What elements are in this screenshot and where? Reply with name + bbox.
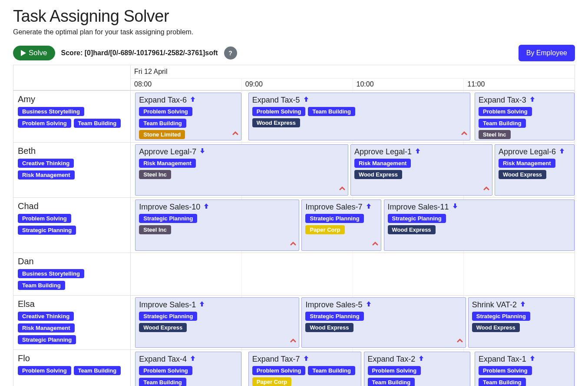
skill-badge: Creative Thinking xyxy=(18,159,74,168)
company-badge: Stone Limited xyxy=(139,130,185,139)
task-skill-badge: Risk Management xyxy=(139,159,196,168)
employee-name: Amy xyxy=(18,94,126,104)
task-skill-badge: Team Building xyxy=(308,107,355,116)
employee-sidebar: DanBusiness StorytellingTeam Building xyxy=(13,253,131,295)
skill-badge: Team Building xyxy=(74,366,121,375)
task-card[interactable]: Expand Tax-7Problem SolvingTeam Building… xyxy=(248,352,362,386)
arrow-down-icon xyxy=(199,147,206,156)
task-title: Shrink VAT-2 xyxy=(472,300,517,309)
task-skill-badge: Risk Management xyxy=(354,159,411,168)
employee-row: ElsaCreative ThinkingRisk ManagementStra… xyxy=(13,295,575,349)
task-card[interactable]: Expand Tax-3Problem SolvingTeam Building… xyxy=(475,93,575,140)
company-badge: Steel Inc xyxy=(139,225,171,234)
skill-badge: Strategic Planning xyxy=(18,335,76,344)
task-skill-badge: Risk Management xyxy=(499,159,555,168)
task-card[interactable]: Expand Tax-6Problem SolvingTeam Building… xyxy=(135,93,241,140)
task-title: Expand Tax-6 xyxy=(139,96,187,105)
task-card[interactable]: Approve Legal-6Risk ManagementWood Expre… xyxy=(495,144,575,196)
arrow-up-icon xyxy=(303,96,310,105)
chevron-up-icon xyxy=(483,186,489,193)
employee-lane[interactable]: Improve Sales-1Strategic PlanningWood Ex… xyxy=(131,296,575,349)
employee-lane[interactable]: Improve Sales-10Strategic PlanningSteel … xyxy=(131,198,575,253)
hour-label: 10:00 xyxy=(353,79,464,90)
skill-badge: Problem Solving xyxy=(18,214,71,223)
employee-lane[interactable]: Expand Tax-6Problem SolvingTeam Building… xyxy=(131,91,575,142)
task-skill-badge: Problem Solving xyxy=(479,107,532,116)
company-badge: Wood Express xyxy=(499,170,546,179)
solve-button[interactable]: Solve xyxy=(13,46,55,60)
task-title: Approve Legal-7 xyxy=(139,147,196,156)
schedule-grid: Fri 12 April 08:0009:0010:0011:00 AmyBus… xyxy=(13,65,575,386)
employee-lane[interactable] xyxy=(131,253,575,295)
timeline-header: Fri 12 April 08:0009:0010:0011:00 xyxy=(13,65,575,90)
company-badge: Wood Express xyxy=(388,225,436,234)
arrow-down-icon xyxy=(452,203,459,212)
task-title: Expand Tax-1 xyxy=(479,355,526,364)
employee-sidebar: BethCreative ThinkingRisk Management xyxy=(13,143,131,197)
task-skill-badge: Team Building xyxy=(368,378,415,386)
task-skill-badge: Problem Solving xyxy=(368,366,421,375)
employee-sidebar: ElsaCreative ThinkingRisk ManagementStra… xyxy=(13,296,131,349)
employee-row: FloProblem SolvingTeam BuildingExpand Ta… xyxy=(13,349,575,386)
task-card[interactable]: Expand Tax-4Problem SolvingTeam Building… xyxy=(135,352,241,386)
task-title: Expand Tax-4 xyxy=(139,355,187,364)
employee-sidebar: ChadProblem SolvingStrategic Planning xyxy=(13,198,131,253)
chevron-up-icon xyxy=(457,338,463,346)
play-icon xyxy=(21,50,26,56)
skill-badge: Risk Management xyxy=(18,323,75,333)
chevron-up-icon xyxy=(290,338,296,346)
arrow-up-icon xyxy=(303,355,310,364)
task-title: Approve Legal-1 xyxy=(354,147,412,156)
task-title: Improve Sales-5 xyxy=(305,300,362,309)
timeline-header-spacer xyxy=(13,65,131,90)
chevron-up-icon xyxy=(372,241,378,249)
company-badge: Wood Express xyxy=(354,170,402,179)
arrow-up-icon xyxy=(203,203,210,212)
employee-row: BethCreative ThinkingRisk ManagementAppr… xyxy=(13,142,575,197)
task-skill-badge: Problem Solving xyxy=(252,366,306,375)
task-title: Improve Sales-11 xyxy=(388,203,449,212)
task-card[interactable]: Expand Tax-5Problem SolvingTeam Building… xyxy=(248,93,470,140)
task-card[interactable]: Improve Sales-10Strategic PlanningSteel … xyxy=(135,200,299,251)
arrow-up-icon xyxy=(189,355,196,364)
chevron-up-icon xyxy=(232,130,238,138)
hour-label: 09:00 xyxy=(241,79,353,90)
employee-row: DanBusiness StorytellingTeam Building xyxy=(13,253,575,295)
task-card[interactable]: Approve Legal-1Risk ManagementWood Expre… xyxy=(350,144,492,196)
help-button[interactable]: ? xyxy=(224,47,237,60)
task-card[interactable]: Expand Tax-1Problem SolvingTeam Building… xyxy=(475,352,575,386)
hour-label: 11:00 xyxy=(463,79,575,90)
skill-badge: Problem Solving xyxy=(18,366,71,375)
task-card[interactable]: Improve Sales-5Strategic PlanningWood Ex… xyxy=(301,297,466,348)
skill-badge: Problem Solving xyxy=(18,119,71,128)
task-card[interactable]: Improve Sales-1Strategic PlanningWood Ex… xyxy=(135,297,299,348)
employee-sidebar: FloProblem SolvingTeam Building xyxy=(13,350,131,386)
score-text: Score: [0]hard/[0/-689/-1017961/-2582/-3… xyxy=(61,49,218,57)
employee-name: Elsa xyxy=(18,299,126,309)
task-skill-badge: Problem Solving xyxy=(479,366,532,375)
company-badge: Wood Express xyxy=(139,323,187,332)
task-skill-badge: Team Building xyxy=(139,119,186,128)
company-badge: Paper Corp xyxy=(305,225,344,234)
employee-name: Dan xyxy=(18,256,126,266)
timeline-date: Fri 12 April xyxy=(131,65,575,79)
task-title: Improve Sales-10 xyxy=(139,203,200,212)
arrow-up-icon xyxy=(418,355,425,364)
task-card[interactable]: Shrink VAT-2Strategic PlanningWood Expre… xyxy=(468,297,575,348)
arrow-up-icon xyxy=(365,203,372,212)
page-subtitle: Generate the optimal plan for your task … xyxy=(13,28,575,36)
view-by-employee-button[interactable]: By Employee xyxy=(519,45,575,61)
employee-lane[interactable]: Expand Tax-4Problem SolvingTeam Building… xyxy=(131,350,575,386)
chevron-up-icon xyxy=(339,186,345,193)
task-title: Improve Sales-1 xyxy=(139,300,196,309)
page-title: Task Assigning Solver xyxy=(13,0,575,28)
task-skill-badge: Problem Solving xyxy=(139,366,192,375)
arrow-up-icon xyxy=(189,96,196,105)
employee-lane[interactable]: Approve Legal-7Risk ManagementSteel IncA… xyxy=(131,143,575,197)
task-card[interactable]: Approve Legal-7Risk ManagementSteel Inc xyxy=(135,144,348,196)
company-badge: Wood Express xyxy=(252,118,300,127)
task-card[interactable]: Improve Sales-7Strategic PlanningPaper C… xyxy=(301,200,381,251)
task-card[interactable]: Improve Sales-11Strategic PlanningWood E… xyxy=(384,200,575,251)
task-card[interactable]: Expand Tax-2Problem SolvingTeam Building… xyxy=(364,352,470,386)
company-badge: Paper Corp xyxy=(252,377,291,386)
